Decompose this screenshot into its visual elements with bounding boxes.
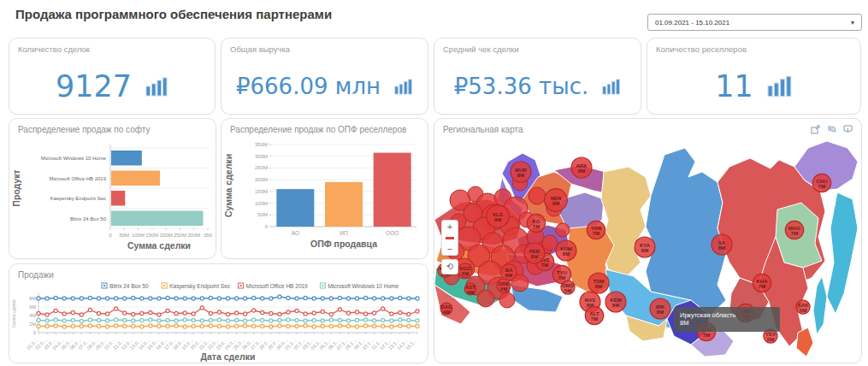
map-bubble-yan[interactable]: YAN7M — [587, 221, 605, 239]
map-bubble-vlg[interactable]: VLG9M — [487, 205, 510, 228]
chart-title: Распределение продаж по софту — [18, 125, 150, 134]
svg-text:VGG: VGG — [459, 266, 471, 271]
kpi-value: ₽666.09 млн — [236, 74, 381, 99]
map-bubble-kha[interactable]: KHA7M — [753, 274, 771, 292]
svg-text:7M: 7M — [591, 316, 598, 322]
zoom-out-button[interactable]: − — [442, 243, 458, 255]
svg-text:9M: 9M — [494, 217, 501, 222]
svg-text:8M: 8M — [531, 254, 538, 259]
zoom-out-icon[interactable] — [827, 125, 836, 134]
svg-text:TYU: TYU — [557, 270, 567, 275]
vbar-bar[interactable] — [276, 189, 314, 227]
map-bubble-kya[interactable]: KYA8M — [635, 237, 655, 257]
line-series-bitrix-24-box-50[interactable] — [37, 295, 419, 300]
map-bubble-oms[interactable]: OMS5M — [561, 280, 575, 294]
line-series-kaspersky-endpoint-sec[interactable] — [37, 324, 419, 328]
kpi-card-resellers-count: Количество реселлеров 11 — [647, 38, 861, 115]
svg-text:5M: 5M — [564, 288, 571, 293]
line-series-microsoft-office-hb-2019[interactable] — [37, 306, 419, 316]
legend-item[interactable]: Bitrix 24 Box 50 — [102, 283, 149, 289]
map-region[interactable] — [601, 167, 651, 276]
svg-text:200M: 200M — [160, 233, 173, 238]
svg-text:8M: 8M — [641, 248, 648, 253]
map-bubble-ba[interactable]: BA6M — [501, 264, 517, 280]
svg-text:4M: 4M — [467, 290, 474, 295]
zoom-in-button[interactable]: + — [442, 221, 458, 233]
map-bubble-sak[interactable]: SAK5M — [796, 300, 810, 314]
svg-text:150M: 150M — [255, 189, 268, 194]
svg-text:Сумма сделки: Сумма сделки — [223, 154, 233, 217]
map-bubble-chu[interactable]: CHU7M — [812, 174, 830, 192]
map-bubble-mur[interactable]: MUR8M — [511, 162, 531, 182]
fullscreen-icon[interactable] — [811, 125, 820, 134]
legend-item[interactable]: Microsoft Windows 10 Home — [320, 283, 399, 289]
svg-text:KO: KO — [533, 219, 540, 224]
map-bubble-ark[interactable]: ARK8M — [571, 157, 592, 178]
svg-text:ОПФ продавца: ОПФ продавца — [310, 239, 377, 249]
svg-text:Microsoft Windows 10 Home: Microsoft Windows 10 Home — [328, 283, 399, 289]
date-range-select[interactable]: 01.09.2021 - 15.10.2021 ▾ — [647, 14, 862, 31]
map-bubble-alt[interactable]: ALT7M — [585, 306, 603, 324]
svg-text:KHM: KHM — [560, 246, 572, 251]
svg-text:9M: 9M — [552, 201, 559, 206]
svg-text:MAG: MAG — [788, 226, 800, 231]
map-region[interactable] — [646, 148, 726, 316]
legend-item[interactable]: Kaspersky Endpoint Sec — [162, 283, 231, 290]
map-bubble-kem[interactable]: KEM8M — [605, 292, 626, 312]
map-bubble-per[interactable]: PER8M — [524, 243, 545, 263]
map-zoom-control[interactable]: + − — [441, 220, 458, 256]
svg-text:5M: 5M — [800, 308, 806, 313]
map-bubble-dag[interactable]: DAG4M — [440, 303, 452, 315]
zoom-slider-handle[interactable] — [446, 237, 454, 239]
svg-text:100M: 100M — [132, 233, 145, 238]
svg-text:8M: 8M — [517, 173, 524, 178]
chart-title: Распределение продаж по ОПФ реселлеров — [230, 125, 406, 134]
map-region[interactable] — [796, 328, 813, 357]
svg-text:NEN: NEN — [551, 196, 562, 201]
map-bubble-khm[interactable]: KHM8M — [556, 240, 576, 261]
map-bubble-nen[interactable]: NEN9M — [545, 189, 568, 212]
map-region[interactable] — [813, 276, 827, 334]
download-icon[interactable] — [843, 125, 853, 134]
map-bubble-mag[interactable]: MAG7M — [785, 221, 803, 239]
svg-text:KYA: KYA — [640, 243, 651, 248]
russia-map-canvas[interactable]: MUR8MARK8MNEN9MVLG9MKO7MYAN7MKYA8MSA8MCH… — [434, 119, 862, 363]
svg-text:ALT: ALT — [589, 311, 599, 316]
svg-text:Microsoft Office HB 2019: Microsoft Office HB 2019 — [246, 283, 309, 289]
map-bubble-ko[interactable]: KO7M — [527, 214, 545, 232]
line-series-microsoft-windows-10-home[interactable] — [37, 318, 419, 323]
svg-text:7M: 7M — [791, 231, 798, 236]
map-bubble-irk[interactable]: IRK8M — [650, 298, 670, 319]
vbar-bar[interactable] — [374, 153, 411, 227]
map-tooltip: Иркутская область 8М — [674, 307, 780, 332]
svg-text:Сумма сделки: Сумма сделки — [11, 299, 16, 328]
svg-text:VLG: VLG — [493, 212, 504, 217]
map-bubble-tom[interactable]: TOM8M — [588, 273, 609, 293]
svg-text:7M: 7M — [533, 224, 540, 229]
zoom-slider[interactable] — [442, 233, 458, 243]
svg-text:6M: 6M — [29, 304, 36, 310]
svg-text:50M: 50M — [119, 233, 129, 238]
kpi-label: Общая выручка — [230, 44, 290, 54]
kpi-label: Количество сделок — [18, 44, 90, 54]
svg-text:8M: 8M — [595, 284, 602, 289]
map-bubble-ast[interactable]: AST4M — [464, 283, 476, 295]
kpi-value: 9127 — [56, 69, 132, 103]
hbar-bar[interactable] — [111, 151, 142, 166]
hbar-category-label: Kaspersky Endpoint Sec — [50, 196, 106, 201]
map-region[interactable] — [827, 192, 858, 314]
map-bubble-sa[interactable]: SA8M — [712, 234, 732, 255]
svg-text:ORE: ORE — [498, 281, 509, 286]
hbar-bar[interactable] — [111, 211, 203, 227]
hbar-bar[interactable] — [111, 171, 160, 186]
map-bubble-vgg[interactable]: VGG5M — [458, 263, 472, 277]
vbar-bar[interactable] — [325, 182, 363, 227]
svg-text:7M: 7M — [558, 275, 565, 280]
svg-text:NVS: NVS — [585, 298, 595, 303]
legend-item[interactable]: Microsoft Office HB 2019 — [239, 283, 309, 289]
sales-by-software-chart: Microsoft Windows 10 HomeMicrosoft Offic… — [9, 138, 216, 259]
map-bubble-ore[interactable]: ORE5M — [497, 279, 511, 292]
svg-text:PER: PER — [529, 249, 540, 254]
map-reset-button[interactable]: ⟲ — [441, 259, 458, 274]
hbar-bar[interactable] — [111, 191, 125, 206]
